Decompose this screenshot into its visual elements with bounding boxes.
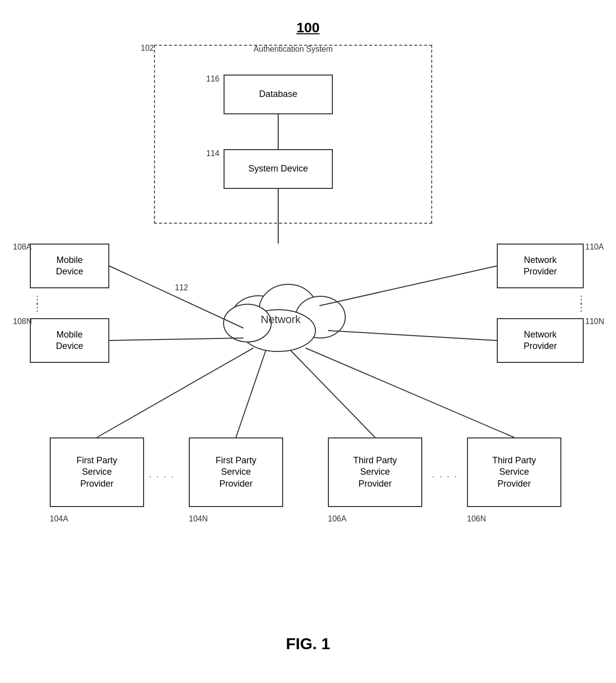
first-party-a: First Party Service Provider [50, 437, 144, 507]
svg-line-17 [97, 348, 253, 437]
svg-point-11 [224, 304, 271, 342]
first-party-n: First Party Service Provider [189, 437, 283, 507]
tp-dots: · · · · [432, 472, 458, 481]
network-dots2: ⋮ [576, 301, 587, 313]
mobile-a-ref: 108A [13, 243, 31, 252]
svg-line-20 [306, 348, 514, 437]
network-provider-n: Network Provider [497, 318, 584, 363]
svg-line-14 [109, 338, 243, 341]
auth-system-ref: 102 [141, 44, 154, 53]
network-provider-a-ref: 110A [585, 243, 604, 252]
first-party-a-ref: 104A [50, 514, 68, 523]
network-ref: 112 [175, 283, 188, 292]
mobile-device-n: Mobile Device [30, 318, 109, 363]
svg-line-16 [328, 331, 497, 341]
svg-line-13 [109, 266, 243, 328]
first-party-n-ref: 104N [189, 514, 208, 523]
system-device-box: System Device [224, 149, 333, 189]
svg-line-15 [319, 266, 497, 306]
third-party-a-ref: 106A [328, 514, 346, 523]
fp-dots: · · · · [149, 472, 175, 481]
svg-line-18 [236, 350, 266, 437]
network-provider-n-ref: 110N [585, 317, 604, 326]
fig-label: FIG. 1 [286, 635, 330, 653]
third-party-a: Third Party Service Provider [328, 437, 422, 507]
svg-point-3 [261, 286, 315, 336]
network-provider-a: Network Provider [497, 244, 584, 288]
svg-point-7 [231, 296, 286, 341]
mobile-device-a: Mobile Device [30, 244, 109, 288]
third-party-n-ref: 106N [467, 514, 486, 523]
third-party-n: Third Party Service Provider [467, 437, 561, 507]
auth-system-box: Authentication System [154, 45, 432, 224]
diagram-container: 100 Authentication System 102 Database 1… [0, 0, 616, 683]
svg-point-6 [226, 308, 271, 343]
mobile-n-ref: 108N [13, 317, 32, 326]
svg-point-5 [243, 308, 313, 348]
svg-point-2 [231, 296, 286, 341]
svg-point-10 [241, 310, 315, 351]
auth-system-label: Authentication System [253, 45, 332, 54]
svg-text:Network: Network [261, 313, 302, 326]
system-device-ref: 114 [206, 149, 220, 158]
svg-point-8 [259, 284, 317, 334]
database-ref: 116 [206, 75, 220, 84]
svg-point-4 [293, 298, 343, 338]
database-box: Database [224, 75, 333, 114]
mobile-dots2: ⋮ [32, 301, 43, 313]
svg-line-19 [291, 350, 375, 437]
cloud-network: Network [224, 284, 345, 351]
svg-point-9 [296, 296, 345, 338]
diagram-title: 100 [297, 20, 320, 36]
